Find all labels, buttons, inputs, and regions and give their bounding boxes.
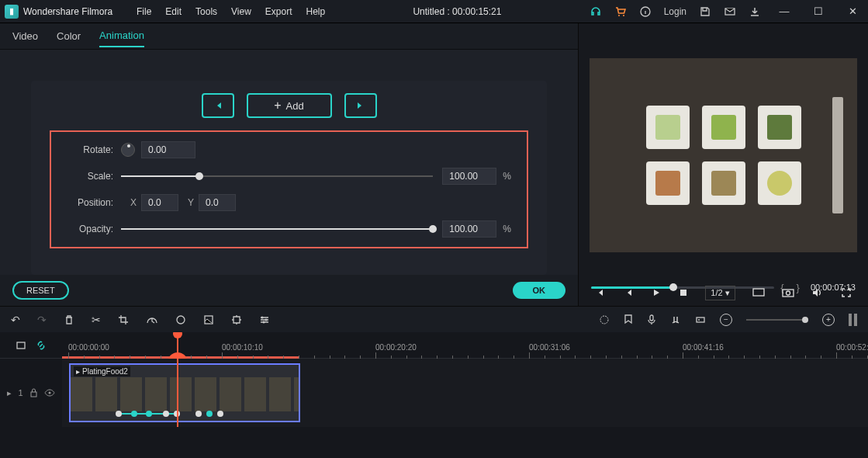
undo-icon[interactable]: ↶: [11, 314, 20, 326]
ruler-mark: 00:00:10:10: [222, 343, 263, 352]
voiceover-icon[interactable]: [647, 314, 656, 325]
svg-rect-4: [680, 290, 686, 296]
tab-animation[interactable]: Animation: [99, 25, 144, 47]
expand-icon[interactable]: [231, 314, 242, 325]
mail-icon[interactable]: [724, 5, 736, 18]
scale-label: Scale:: [67, 171, 113, 182]
scale-row: Scale: %: [67, 168, 511, 185]
reset-button[interactable]: RESET: [12, 281, 69, 300]
snapshot-icon[interactable]: [782, 287, 794, 298]
delete-icon[interactable]: [64, 314, 74, 325]
svg-rect-18: [31, 392, 36, 397]
svg-point-13: [600, 316, 608, 324]
ok-button[interactable]: OK: [513, 282, 566, 299]
lock-icon[interactable]: [29, 388, 38, 397]
scale-slider[interactable]: [121, 175, 433, 177]
add-label: Add: [286, 100, 304, 112]
track-header: ▸ 1: [0, 359, 62, 427]
position-y-input[interactable]: [199, 194, 236, 211]
timeline-ruler[interactable]: ✂ 00:00:00:0000:00:10:1000:00:20:2000:00…: [62, 332, 868, 359]
tab-video[interactable]: Video: [12, 26, 38, 47]
audio-mixer-icon[interactable]: [670, 314, 681, 325]
opacity-label: Opacity:: [67, 224, 113, 234]
ruler-mark: 00:00:41:16: [683, 343, 724, 352]
menu-file[interactable]: File: [137, 6, 151, 17]
brand: ▮ Wondershare Filmora: [5, 5, 129, 19]
redo-icon[interactable]: ↷: [37, 314, 47, 326]
svg-point-1: [623, 15, 624, 16]
menu-tools[interactable]: Tools: [195, 6, 217, 17]
preview-panel: { } 00:00:07:13 1/2 ▾: [578, 23, 868, 306]
menu-export[interactable]: Export: [265, 6, 292, 17]
window-close-icon[interactable]: ✕: [842, 5, 863, 17]
svg-point-0: [618, 15, 620, 16]
step-back-icon[interactable]: [595, 287, 606, 298]
prev-keyframe-button[interactable]: [202, 93, 234, 118]
display-icon[interactable]: [752, 287, 765, 298]
marker-icon[interactable]: [624, 314, 633, 325]
zoom-fit-icon[interactable]: [849, 314, 857, 326]
playback-speed[interactable]: 1/2 ▾: [705, 286, 735, 300]
playhead-track[interactable]: [177, 332, 178, 427]
position-x-input[interactable]: [141, 194, 178, 211]
keyframe-toggle-icon[interactable]: [695, 314, 706, 325]
zoom-in-icon[interactable]: +: [822, 314, 835, 326]
svg-point-7: [786, 291, 790, 295]
transform-properties-group: Rotate: Scale: % Position: X Y Opaci: [50, 130, 528, 248]
support-icon[interactable]: [590, 5, 602, 18]
settings-icon[interactable]: [259, 314, 270, 325]
green-screen-icon[interactable]: [203, 314, 214, 325]
cart-icon[interactable]: [614, 5, 627, 18]
track-play-icon[interactable]: ▸: [7, 388, 12, 398]
scale-input[interactable]: [442, 168, 496, 185]
opacity-slider[interactable]: [121, 228, 433, 230]
save-icon[interactable]: [699, 5, 711, 18]
pos-y-label: Y: [188, 197, 194, 208]
position-label: Position:: [67, 197, 113, 208]
pos-x-label: X: [130, 197, 137, 208]
info-icon[interactable]: [639, 5, 652, 18]
opacity-input[interactable]: [442, 220, 496, 238]
add-keyframe-button[interactable]: + Add: [247, 93, 332, 118]
render-icon[interactable]: [599, 314, 610, 325]
timeline-toolbar: ↶ ↷ ✂ − +: [0, 306, 868, 332]
login-link[interactable]: Login: [664, 6, 686, 17]
video-track-1: ▸ 1 ▸ PlatingFood2: [0, 359, 868, 427]
preview-viewport[interactable]: [590, 58, 857, 252]
menu-help[interactable]: Help: [306, 6, 326, 17]
prev-frame-icon[interactable]: [623, 287, 634, 298]
opacity-unit: %: [503, 224, 511, 234]
window-maximize-icon[interactable]: ☐: [807, 5, 829, 17]
play-icon[interactable]: [651, 287, 662, 298]
menu-edit[interactable]: Edit: [165, 6, 182, 17]
timeline-header-tools: [0, 340, 62, 351]
stop-icon[interactable]: [679, 288, 688, 297]
clip-name: PlatingFood2: [82, 367, 128, 376]
cut-icon[interactable]: ✂: [92, 314, 101, 326]
volume-icon[interactable]: [811, 287, 824, 298]
track-body[interactable]: ▸ PlatingFood2: [62, 359, 868, 427]
scale-unit: %: [503, 171, 511, 182]
rotate-dial[interactable]: [121, 143, 135, 157]
download-icon[interactable]: [749, 5, 761, 18]
tab-color[interactable]: Color: [57, 26, 81, 47]
menu-view[interactable]: View: [231, 6, 251, 17]
brand-text: Wondershare Filmora: [23, 6, 112, 17]
animation-panel: + Add Rotate: Scale: % Posit: [0, 50, 578, 275]
window-minimize-icon[interactable]: —: [773, 5, 795, 17]
rotate-input[interactable]: [141, 141, 195, 158]
speed-icon[interactable]: [146, 314, 158, 325]
svg-point-19: [48, 392, 50, 394]
next-keyframe-button[interactable]: [344, 93, 377, 118]
ruler-mark: 00:00:31:06: [529, 343, 570, 352]
track-menu-icon[interactable]: [16, 340, 26, 351]
visibility-icon[interactable]: [44, 389, 55, 397]
video-clip[interactable]: ▸ PlatingFood2: [69, 363, 300, 422]
svg-point-8: [177, 316, 185, 324]
zoom-slider[interactable]: [746, 319, 808, 321]
fullscreen-icon[interactable]: [841, 287, 852, 298]
color-icon[interactable]: [175, 314, 186, 325]
unlink-icon[interactable]: [36, 340, 47, 351]
crop-icon[interactable]: [118, 314, 129, 325]
zoom-out-icon[interactable]: −: [720, 314, 732, 326]
